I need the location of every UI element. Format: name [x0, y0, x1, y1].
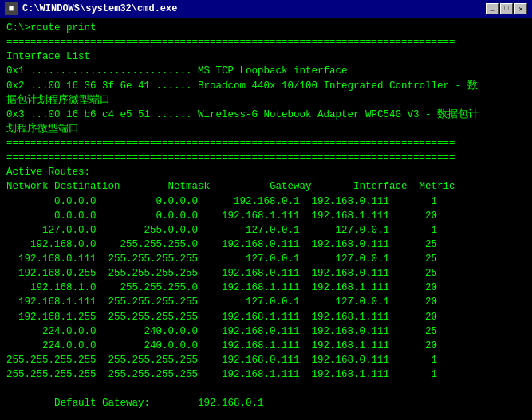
route-12: 255.255.255.255 255.255.255.255 192.168.… — [6, 367, 526, 382]
separator-2: ========================================… — [6, 136, 526, 151]
default-gateway-value: 192.168.0.1 — [150, 398, 264, 409]
window: ■ C:\WINDOWS\system32\cmd.exe _ □ ✕ C:\>… — [0, 0, 532, 420]
default-gateway-line: Default Gateway: 192.168.0.1 — [6, 382, 526, 420]
route-3: 192.168.0.0 255.255.255.0 192.168.0.111 … — [6, 237, 526, 252]
separator-3: ========================================… — [6, 151, 526, 165]
window-buttons[interactable]: _ □ ✕ — [486, 3, 527, 14]
route-4: 192.168.0.111 255.255.255.255 127.0.0.1 … — [6, 252, 526, 266]
console: C:\>route print ========================… — [0, 18, 532, 420]
close-button[interactable]: ✕ — [514, 3, 527, 14]
default-gateway-label: Default Gateway: — [54, 398, 150, 409]
interface-line-1: 0x1 ........................... MS TCP L… — [6, 64, 526, 78]
route-0: 0.0.0.0 0.0.0.0 192.168.0.1 192.168.0.11… — [6, 194, 526, 209]
route-10: 224.0.0.0 240.0.0.0 192.168.1.111 192.16… — [6, 339, 526, 353]
title-bar: ■ C:\WINDOWS\system32\cmd.exe _ □ ✕ — [0, 0, 532, 18]
title-bar-left: ■ C:\WINDOWS\system32\cmd.exe — [5, 2, 177, 15]
interface-line-2b: 据包计划程序微型端口 — [6, 93, 526, 108]
route-1: 0.0.0.0 0.0.0.0 192.168.1.111 192.168.1.… — [6, 209, 526, 223]
cmd-icon: ■ — [5, 2, 18, 15]
interface-line-2: 0x2 ...00 16 36 3f 6e 41 ...... Broadcom… — [6, 79, 526, 93]
interface-line-3: 0x3 ...00 16 b6 c4 e5 51 ...... Wireless… — [6, 108, 526, 122]
route-2: 127.0.0.0 255.0.0.0 127.0.0.1 127.0.0.1 … — [6, 223, 526, 237]
route-7: 192.168.1.111 255.255.255.255 127.0.0.1 … — [6, 295, 526, 309]
separator-top: ========================================… — [6, 35, 526, 49]
window-title: C:\WINDOWS\system32\cmd.exe — [22, 3, 177, 14]
interface-list-header: Interface List — [6, 49, 526, 64]
prompt-line: C:\>route print — [6, 21, 526, 35]
interface-line-3b: 划程序微型端口 — [6, 122, 526, 136]
route-9: 224.0.0.0 240.0.0.0 192.168.0.111 192.16… — [6, 324, 526, 339]
route-5: 192.168.0.255 255.255.255.255 192.168.0.… — [6, 266, 526, 281]
minimize-button[interactable]: _ — [486, 3, 499, 14]
route-8: 192.168.1.255 255.255.255.255 192.168.1.… — [6, 310, 526, 324]
table-header: Network Destination Netmask Gateway Inte… — [6, 179, 526, 194]
route-11: 255.255.255.255 255.255.255.255 192.168.… — [6, 353, 526, 367]
console-wrapper: C:\>route print ========================… — [0, 18, 532, 420]
maximize-button[interactable]: □ — [500, 3, 513, 14]
active-routes-header: Active Routes: — [6, 165, 526, 179]
route-6: 192.168.1.0 255.255.255.0 192.168.1.111 … — [6, 281, 526, 295]
